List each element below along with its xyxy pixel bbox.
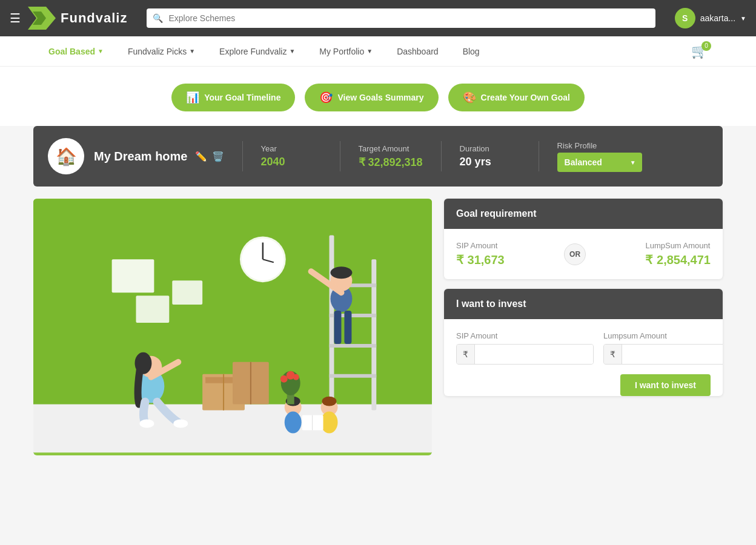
svg-point-46 [287,371,295,380]
sidebar-item-explore[interactable]: Explore Fundvaliz ▼ [219,47,295,56]
cart[interactable]: 🛒 0 [691,44,708,59]
user-dropdown-icon[interactable]: ▼ [740,15,746,22]
sidebar-item-blog[interactable]: Blog [463,47,480,56]
invest-button[interactable]: I want to invest [620,374,711,396]
svg-point-27 [139,420,154,428]
svg-rect-15 [330,344,377,348]
svg-rect-11 [330,235,334,410]
divider [441,141,442,171]
goal-stat-target: Target Amount ₹ 32,892,318 [359,144,423,169]
year-value: 2040 [261,156,322,168]
sip-label: SIP Amount [456,241,505,250]
sidebar-item-portfolio[interactable]: My Portfolio ▼ [319,47,373,56]
goal-scene-svg [33,199,432,453]
goal-timeline-button[interactable]: 📊 Your Goal Timeline [171,84,295,111]
hamburger-icon[interactable]: ☰ [10,11,21,25]
nav: Goal Based ▼ Fundvaliz Picks ▼ Explore F… [0,36,756,67]
risk-select-wrap: Balanced Conservative Aggressive [557,153,642,172]
chevron-down-icon: ▼ [189,48,195,54]
logo-text: Fundvaliz [61,10,127,26]
goal-image-section [33,199,432,455]
lumpsum-block: LumpSum Amount ₹ 2,854,471 [645,241,711,267]
lumpsum-req-value: ₹ 2,854,471 [645,253,711,267]
logo-icon [28,7,56,30]
svg-rect-16 [330,374,377,378]
invest-fields: SIP Amount ₹ Lumpsum Amount ₹ [456,331,711,365]
cart-count: 0 [701,41,711,51]
timeline-icon: 📊 [186,91,199,104]
target-label: Target Amount [359,144,423,153]
sidebar-item-goal-based[interactable]: Goal Based ▼ [48,47,104,56]
chevron-down-icon: ▼ [289,48,295,54]
duration-value: 20 yrs [460,156,520,168]
svg-rect-4 [112,259,154,292]
sip-input-wrapper: ₹ [456,344,594,365]
svg-point-44 [280,375,288,383]
invest-title: I want to invest [456,299,526,309]
svg-rect-6 [172,280,202,305]
lumpsum-input-wrapper: ₹ [603,344,723,365]
edit-icon[interactable]: ✏️ [195,151,207,162]
sip-currency: ₹ [457,345,475,364]
invest-header: I want to invest [444,289,723,319]
nav-label-goal-based: Goal Based [48,47,95,56]
goal-stat-duration: Duration 20 yrs [460,144,520,168]
chevron-down-icon: ▼ [98,48,104,54]
goal-requirement-title: Goal requirement [456,208,536,219]
sip-block: SIP Amount ₹ 31,673 [456,241,505,267]
avatar: S [675,8,695,28]
lumpsum-currency: ₹ [604,345,622,364]
sidebar-item-dashboard[interactable]: Dashboard [397,47,439,56]
sip-input[interactable] [475,345,593,364]
header: ☰ Fundvaliz 🔍 S aakarta... ▼ [0,0,756,36]
action-buttons: 📊 Your Goal Timeline 🎯 View Goals Summar… [0,67,756,126]
risk-select[interactable]: Balanced Conservative Aggressive [557,153,642,172]
goal-requirement-card: Goal requirement SIP Amount ₹ 31,673 OR … [444,199,723,279]
lumpsum-req-label: LumpSum Amount [645,241,711,250]
risk-label: Risk Profile [557,141,642,150]
logo[interactable]: Fundvaliz [28,7,127,30]
goal-requirement-header: Goal requirement [444,199,723,229]
nav-label-dashboard: Dashboard [397,47,439,56]
create-own-goal-button[interactable]: 🎨 Create Your Own Goal [448,84,585,111]
svg-point-35 [285,412,302,434]
target-value: ₹ 32,892,318 [359,156,423,169]
goal-name: My Dream home [94,150,188,164]
sip-value: ₹ 31,673 [456,253,505,267]
divider [340,141,340,171]
nav-label-blog: Blog [463,47,480,56]
goal-stat-year: Year 2040 [261,144,322,168]
svg-rect-21 [334,311,341,344]
goal-actions: ✏️ 🗑️ [195,151,224,162]
invest-sip-label: SIP Amount [456,331,594,340]
sidebar-item-fundvaliz-picks[interactable]: Fundvaliz Picks ▼ [128,47,195,56]
create-icon: 🎨 [463,91,476,104]
divider [242,141,243,171]
goal-stat-risk: Risk Profile Balanced Conservative Aggre… [557,141,642,172]
search-wrapper: 🔍 [147,8,655,28]
svg-point-28 [173,420,188,428]
nav-label-portfolio: My Portfolio [319,47,364,56]
main-content: Goal requirement SIP Amount ₹ 31,673 OR … [33,199,723,455]
lumpsum-input[interactable] [622,345,723,364]
svg-rect-5 [136,296,169,323]
view-goals-summary-button[interactable]: 🎯 View Goals Summary [305,84,438,111]
svg-rect-3 [33,405,432,453]
lumpsum-field-group: Lumpsum Amount ₹ [603,331,723,365]
search-input[interactable] [147,8,655,28]
user-name: aakarta... [700,13,735,23]
goal-card: 🏠 My Dream home ✏️ 🗑️ Year 2040 Target A… [33,126,723,187]
timeline-label: Your Goal Timeline [204,93,280,102]
goal-icon-wrap: 🏠 [48,138,84,174]
goal-req-row: SIP Amount ₹ 31,673 OR LumpSum Amount ₹ … [456,241,711,267]
nav-label-explore: Explore Fundvaliz [219,47,287,56]
year-label: Year [261,144,322,153]
goal-requirement-body: SIP Amount ₹ 31,673 OR LumpSum Amount ₹ … [444,229,723,279]
invest-body: SIP Amount ₹ Lumpsum Amount ₹ [444,319,723,386]
chevron-down-icon: ▼ [366,48,373,54]
svg-rect-22 [344,311,351,344]
right-panel: Goal requirement SIP Amount ₹ 31,673 OR … [444,199,723,455]
delete-icon[interactable]: 🗑️ [212,151,224,162]
svg-point-38 [321,412,338,434]
or-badge: OR [564,243,586,265]
